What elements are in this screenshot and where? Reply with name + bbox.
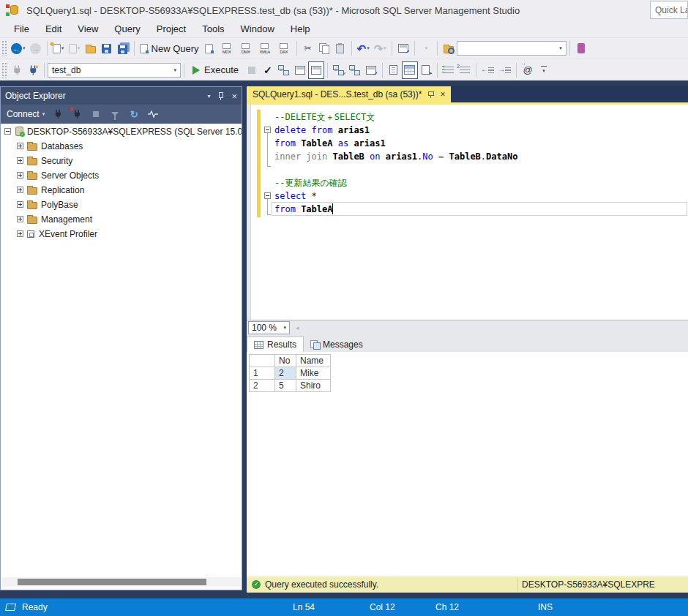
expand-box-icon[interactable] [17,201,23,208]
save-all-button[interactable] [115,40,131,57]
menu-window[interactable]: Window [233,20,283,37]
window-position-chevron-icon[interactable]: ▾ [207,93,210,99]
navigate-forward-button[interactable]: → [28,40,44,57]
increase-indent-button[interactable]: → [496,61,513,79]
oe-refresh-button[interactable]: ↻ [128,108,140,120]
results-to-file-button[interactable] [418,61,434,79]
status-character[interactable]: Ch 12 [435,598,459,616]
menu-view[interactable]: View [70,20,106,37]
undo-button[interactable]: ↶▾ [355,40,372,57]
save-button[interactable] [99,40,115,57]
expand-box-icon[interactable] [17,230,23,237]
close-icon[interactable]: × [440,89,445,99]
decrease-indent-button[interactable]: ← [479,61,496,79]
tab-results[interactable]: Results [247,337,304,352]
status-line[interactable]: Ln 54 [293,598,315,616]
find-in-files-button[interactable] [441,40,457,57]
results-to-grid-button[interactable] [402,61,418,79]
live-query-stats-toggle[interactable] [347,61,363,79]
new-xmla-query-button[interactable]: XMLA [255,40,274,57]
available-databases-combobox[interactable]: test_db▾ [48,63,181,78]
change-connection-button[interactable] [25,61,41,79]
new-project-button[interactable]: ▾ [51,40,67,57]
tree-node-xevent-profiler[interactable]: XEvent Profiler [1,227,242,241]
actual-plan-toggle[interactable]: ✓ [331,61,347,79]
menu-edit[interactable]: Edit [37,20,70,37]
collapse-box-icon[interactable] [4,128,11,135]
expand-box-icon[interactable] [17,172,23,179]
comment-out-button[interactable] [441,61,457,79]
column-header-name[interactable]: Name [296,355,331,367]
menu-help[interactable]: Help [283,20,318,37]
zoom-combobox[interactable]: 100 % ▾ [248,321,290,334]
cancel-query-button[interactable] [244,61,260,79]
expand-box-icon[interactable] [17,143,23,149]
client-stats-button[interactable] [363,61,379,79]
execute-button[interactable]: Execute [187,61,244,79]
oe-connect-button[interactable] [52,108,64,120]
navigate-back-button[interactable]: ←▾ [9,40,28,57]
status-insert-mode[interactable]: INS [538,598,553,616]
tree-node-management[interactable]: Management [1,212,242,226]
new-mdx-query-button[interactable]: MDX [217,40,236,57]
horizontal-scrollbar[interactable] [1,577,241,587]
database-engine-query-button[interactable] [201,40,217,57]
activity-monitor-button[interactable] [395,40,411,57]
scroll-left-arrow-icon[interactable]: ◂ [296,324,299,331]
clipped-toolbar-button[interactable] [573,40,589,57]
find-combobox[interactable]: ▾ [457,41,567,56]
menu-query[interactable]: Query [106,20,148,37]
sql-editor[interactable]: --DELETE文＋SELECT文delete from arias1from … [247,105,688,320]
connect-button[interactable] [9,61,25,79]
quick-launch-input[interactable]: Quick La [650,1,688,19]
new-dax-query-button[interactable]: DAX [274,40,293,57]
template-parameters-button[interactable]: →@ [520,61,536,79]
grid-cell[interactable]: 5 [275,380,296,392]
redo-button[interactable]: ↷▾ [372,40,389,57]
parse-button[interactable]: ✓ [260,61,276,79]
intellisense-toggle[interactable] [308,61,324,79]
expand-box-icon[interactable] [17,216,23,222]
oe-activity-button[interactable] [147,108,159,120]
oe-disconnect-button[interactable]: ✕ [71,108,83,120]
paste-button[interactable] [332,40,348,57]
oe-filter-button[interactable] [109,108,121,120]
uncomment-button[interactable] [457,61,473,79]
tree-node-polybase[interactable]: PolyBase [1,198,242,211]
tree-node-security[interactable]: Security [1,154,242,168]
tree-node-server-objects[interactable]: Server Objects [1,168,242,182]
tree-node-replication[interactable]: Replication [1,183,242,197]
copy-button[interactable] [316,40,332,57]
collapse-toggle[interactable] [264,192,271,199]
expand-box-icon[interactable] [17,187,23,193]
grid-cell[interactable]: Shiro [296,380,331,392]
grid-corner-cell[interactable] [250,355,275,367]
menu-file[interactable]: File [6,20,37,37]
toolbar-overflow-button[interactable]: ▾ [536,61,552,79]
cut-button[interactable]: ✂ [300,40,316,57]
open-file-button[interactable] [83,40,99,57]
results-to-text-button[interactable] [386,61,402,79]
pin-icon[interactable] [217,91,224,101]
toolbar-grip[interactable] [1,62,7,78]
tree-node-server[interactable]: ✓DESKTOP-S56933A¥SQLEXPRESS (SQL Server … [1,124,242,138]
grid-cell[interactable]: Mike [296,367,331,380]
status-column[interactable]: Col 12 [370,598,395,616]
document-tab[interactable]: SQLQuery1.sql - DES...S.test_db (sa (53)… [247,86,451,102]
grid-cell[interactable]: 2 [275,367,296,380]
query-options-button[interactable] [292,61,308,79]
tab-messages[interactable]: Messages [304,337,370,352]
new-query-button[interactable]: New Query [138,40,201,57]
pin-icon[interactable] [427,90,434,99]
menu-tools[interactable]: Tools [194,20,232,37]
oe-stop-button[interactable] [90,108,102,120]
connect-menu-button[interactable]: Connect ▾ [7,109,45,119]
expand-box-icon[interactable] [17,157,23,164]
column-header-no[interactable]: No [275,355,296,367]
toolbar-grip[interactable] [1,40,7,56]
row-header[interactable]: 2 [250,380,275,392]
toolbar-dropdown-button[interactable]: ▾ [418,40,434,57]
close-icon[interactable]: × [231,91,237,102]
collapse-toggle[interactable] [264,127,271,133]
tree-node-databases[interactable]: Databases [1,139,242,153]
